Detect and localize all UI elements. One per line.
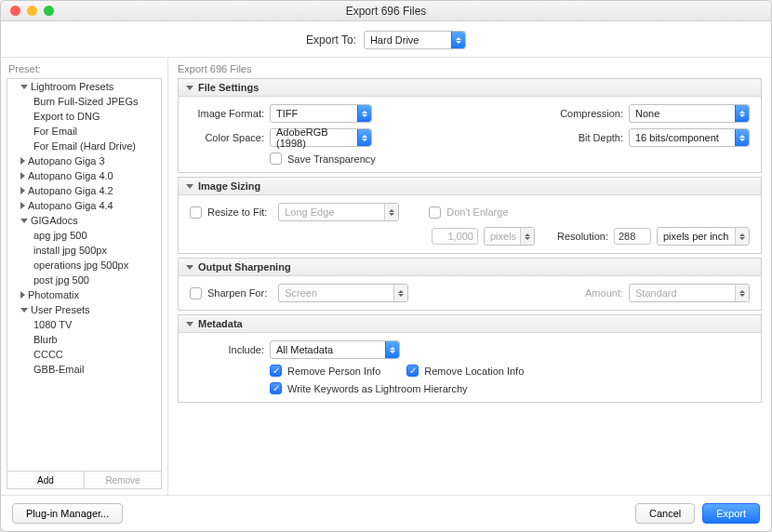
preset-item[interactable]: apg jpg 500 <box>7 228 161 243</box>
chevron-updown-icon <box>451 32 465 48</box>
zoom-icon[interactable] <box>44 6 54 16</box>
preset-folder[interactable]: GIGAdocs <box>7 213 161 228</box>
chevron-updown-icon <box>357 105 371 122</box>
resolution-input[interactable] <box>614 228 651 245</box>
image-sizing-section: Image Sizing Resize to Fit: Long Edge Do… <box>178 177 762 254</box>
compression-select[interactable]: None <box>629 104 750 123</box>
resize-to-fit-checkbox[interactable] <box>190 206 202 219</box>
preset-folder[interactable]: Photomatix <box>7 287 161 302</box>
preset-folder-label: Autopano Giga 4.4 <box>28 200 113 211</box>
remove-person-label: Remove Person Info <box>287 366 380 377</box>
preset-folder[interactable]: Autopano Giga 3 <box>7 153 161 168</box>
size-value-input <box>432 228 478 245</box>
section-title: Output Sharpening <box>198 261 291 273</box>
preset-item[interactable]: operations jpg 500px <box>7 258 161 273</box>
resolution-unit-select[interactable]: pixels per inch <box>657 227 750 246</box>
preset-folder-label: GIGAdocs <box>31 215 78 226</box>
resolution-label: Resolution: <box>557 231 608 242</box>
preset-folder[interactable]: Lightroom Presets <box>7 79 161 94</box>
titlebar: Export 696 Files <box>1 1 771 21</box>
preset-item[interactable]: 1080 TV <box>7 317 161 332</box>
image-sizing-header[interactable]: Image Sizing <box>179 178 761 195</box>
chevron-updown-icon <box>357 129 371 146</box>
disclosure-triangle-icon <box>186 86 193 90</box>
main-subtitle: Export 696 Files <box>178 63 762 74</box>
preset-sidebar: Preset: Lightroom PresetsBurn Full-Sized… <box>1 58 168 495</box>
cancel-button[interactable]: Cancel <box>635 503 695 524</box>
export-to-label: Export To: <box>306 33 356 47</box>
disclosure-triangle-icon <box>20 157 25 165</box>
bit-depth-label: Bit Depth: <box>579 132 623 143</box>
preset-item[interactable]: Burn Full-Sized JPEGs <box>7 94 161 109</box>
preset-buttons: Add Remove <box>7 472 162 489</box>
sharpen-target-select: Screen <box>278 284 408 302</box>
export-button[interactable]: Export <box>702 503 760 524</box>
amount-label: Amount: <box>585 287 623 299</box>
preset-folder-label: User Presets <box>31 304 90 315</box>
remove-location-checkbox[interactable] <box>406 365 419 377</box>
dialog-body: Preset: Lightroom PresetsBurn Full-Sized… <box>1 58 771 495</box>
write-keywords-label: Write Keywords as Lightroom Hierarchy <box>287 383 468 394</box>
metadata-section: Metadata Include: All Metadata Remove Pe… <box>178 314 762 403</box>
preset-item[interactable]: post jpg 500 <box>7 273 161 287</box>
preset-folder[interactable]: Autopano Giga 4.0 <box>7 168 161 183</box>
output-sharpening-section: Output Sharpening Sharpen For: Screen Am… <box>178 258 762 311</box>
file-settings-header[interactable]: File Settings <box>179 79 761 97</box>
sharpen-for-label: Sharpen For: <box>207 287 267 299</box>
include-label: Include: <box>190 344 264 355</box>
preset-item[interactable]: Blurb <box>7 332 161 347</box>
resize-to-fit-label: Resize to Fit: <box>207 206 267 218</box>
metadata-header[interactable]: Metadata <box>179 315 761 333</box>
color-space-select[interactable]: AdobeRGB (1998) <box>270 128 372 147</box>
size-unit-select: pixels <box>484 227 535 246</box>
preset-item[interactable]: CCCC <box>7 347 161 362</box>
image-format-select[interactable]: TIFF <box>270 104 372 123</box>
export-to-select[interactable]: Hard Drive <box>364 31 466 49</box>
preset-item[interactable]: For Email <box>7 124 161 139</box>
minimize-icon[interactable] <box>27 6 37 16</box>
preset-folder-label: Autopano Giga 4.0 <box>28 170 113 181</box>
section-title: Metadata <box>198 318 243 329</box>
preset-item[interactable]: GBB-Email <box>7 362 161 377</box>
preset-folder[interactable]: Autopano Giga 4.4 <box>7 198 161 213</box>
dialog-footer: Plug-in Manager... Cancel Export <box>1 495 771 531</box>
include-select[interactable]: All Metadata <box>270 340 400 359</box>
disclosure-triangle-icon <box>20 172 25 180</box>
preset-folder[interactable]: Autopano Giga 4.2 <box>7 183 161 198</box>
preset-folder[interactable]: User Presets <box>7 302 161 317</box>
preset-item[interactable]: For Email (Hard Drive) <box>7 139 161 153</box>
preset-tree[interactable]: Lightroom PresetsBurn Full-Sized JPEGsEx… <box>7 78 162 472</box>
output-sharpening-header[interactable]: Output Sharpening <box>179 259 761 276</box>
amount-select: Standard <box>629 284 750 302</box>
chevron-updown-icon <box>520 228 534 245</box>
preset-heading: Preset: <box>1 58 167 78</box>
remove-person-checkbox[interactable] <box>270 365 282 377</box>
disclosure-triangle-icon <box>20 202 25 209</box>
chevron-updown-icon <box>735 105 749 122</box>
disclosure-triangle-icon <box>20 85 28 89</box>
window-title: Export 696 Files <box>1 5 771 18</box>
section-title: File Settings <box>198 82 259 93</box>
preset-folder-label: Autopano Giga 4.2 <box>28 185 113 196</box>
traffic-lights <box>10 6 54 16</box>
add-preset-button[interactable]: Add <box>7 472 85 488</box>
sharpen-for-checkbox[interactable] <box>190 287 202 299</box>
disclosure-triangle-icon <box>186 265 193 270</box>
export-to-value: Hard Drive <box>370 34 419 46</box>
close-icon[interactable] <box>10 6 20 16</box>
file-settings-section: File Settings Image Format: TIFF Compres… <box>178 78 762 173</box>
chevron-updown-icon <box>393 285 407 301</box>
preset-item[interactable]: Export to DNG <box>7 109 161 124</box>
chevron-updown-icon <box>735 285 749 301</box>
remove-preset-button: Remove <box>85 472 161 488</box>
dont-enlarge-label: Don't Enlarge <box>446 206 508 218</box>
save-transparency-checkbox[interactable] <box>270 153 282 165</box>
preset-folder-label: Lightroom Presets <box>31 81 113 92</box>
chevron-updown-icon <box>384 204 398 220</box>
image-format-label: Image Format: <box>190 108 264 119</box>
plugin-manager-button[interactable]: Plug-in Manager... <box>12 503 123 524</box>
bit-depth-select[interactable]: 16 bits/component <box>629 128 750 147</box>
preset-item[interactable]: install jpg 500px <box>7 243 161 258</box>
write-keywords-checkbox[interactable] <box>270 382 282 394</box>
disclosure-triangle-icon <box>20 219 28 223</box>
